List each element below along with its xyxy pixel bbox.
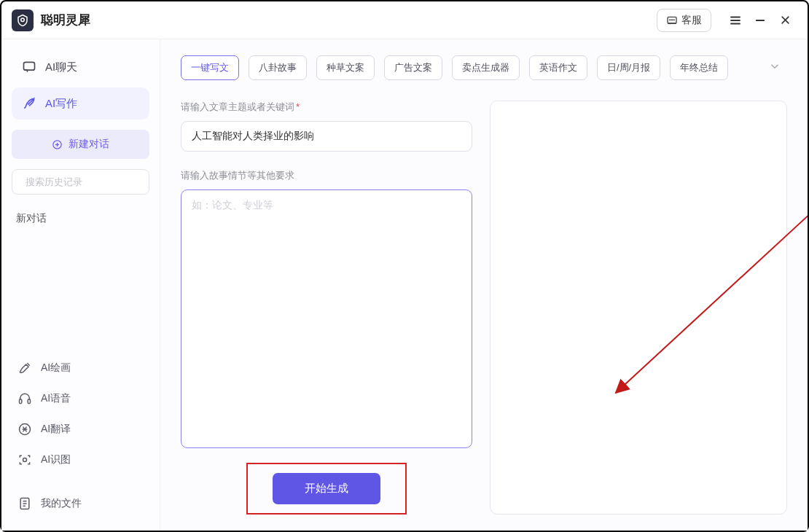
search-history-box[interactable] <box>12 169 149 195</box>
brush-icon <box>17 361 32 375</box>
new-conversation-button[interactable]: 新建对话 <box>12 130 149 159</box>
app-logo-icon <box>12 9 34 31</box>
tag-gossip-story[interactable]: 八卦故事 <box>249 55 307 80</box>
sidebar-tool-ai-paint[interactable]: AI绘画 <box>12 353 149 383</box>
svg-point-3 <box>672 19 673 20</box>
sidebar-item-label: AI写作 <box>45 97 77 111</box>
sidebar-tool-ai-voice[interactable]: AI语音 <box>12 383 149 414</box>
tag-selling-point-generator[interactable]: 卖点生成器 <box>452 55 520 80</box>
details-label: 请输入故事情节等其他要求 <box>181 169 472 182</box>
svg-point-4 <box>673 19 674 20</box>
close-icon[interactable] <box>777 12 793 28</box>
customer-support-button[interactable]: 客服 <box>657 9 711 32</box>
output-panel <box>490 101 787 515</box>
history-item[interactable]: 新对话 <box>12 206 149 231</box>
sidebar-tool-ai-translate[interactable]: AI翻译 <box>12 414 149 445</box>
minimize-icon[interactable] <box>752 12 768 28</box>
tool-label: AI识图 <box>41 453 71 466</box>
tool-label: AI语音 <box>41 392 71 405</box>
tag-ad-copy[interactable]: 广告文案 <box>384 55 442 80</box>
sidebar-item-ai-write[interactable]: AI写作 <box>12 87 149 120</box>
search-input[interactable] <box>26 176 148 187</box>
tool-label: AI绘画 <box>41 361 71 375</box>
sidebar: AI聊天 AI写作 新建对话 新对话 <box>1 39 160 531</box>
sidebar-tool-ai-image-rec[interactable]: AI识图 <box>12 445 149 475</box>
expand-tags-button[interactable] <box>762 57 787 79</box>
tag-english-essay[interactable]: 英语作文 <box>529 55 587 80</box>
svg-rect-11 <box>24 62 35 70</box>
translate-icon <box>17 422 32 437</box>
headphones-icon <box>17 391 32 406</box>
svg-point-0 <box>21 18 25 22</box>
my-files-label: 我的文件 <box>41 497 82 510</box>
image-scan-icon <box>17 453 32 467</box>
new-conversation-label: 新建对话 <box>69 138 109 151</box>
tag-year-summary[interactable]: 年终总结 <box>670 55 728 80</box>
customer-support-label: 客服 <box>681 14 702 27</box>
template-tag-row: 一键写文 八卦故事 种草文案 广告文案 卖点生成器 英语作文 日/周/月报 年终… <box>181 55 787 80</box>
svg-point-20 <box>23 458 27 462</box>
feather-icon <box>22 96 36 111</box>
tag-recommendation-copy[interactable]: 种草文案 <box>316 55 375 80</box>
generate-button[interactable]: 开始生成 <box>273 473 380 504</box>
topic-input[interactable] <box>181 121 472 152</box>
menu-icon[interactable] <box>727 12 743 28</box>
sidebar-my-files[interactable]: 我的文件 <box>12 488 149 519</box>
svg-rect-18 <box>28 399 30 404</box>
details-textarea[interactable] <box>181 189 472 448</box>
tag-report[interactable]: 日/周/月报 <box>597 55 660 80</box>
app-title: 聪明灵犀 <box>41 12 90 28</box>
generate-highlight-box: 开始生成 <box>246 463 407 515</box>
topic-label: 请输入文章主题或者关键词* <box>181 101 472 114</box>
tool-label: AI翻译 <box>41 423 71 436</box>
sidebar-item-label: AI聊天 <box>45 60 77 74</box>
file-icon <box>17 496 32 511</box>
svg-rect-17 <box>20 399 22 404</box>
title-bar: 聪明灵犀 客服 <box>1 1 808 39</box>
svg-point-2 <box>670 19 671 20</box>
input-column: 请输入文章主题或者关键词* 请输入故事情节等其他要求 开始生成 <box>181 101 472 515</box>
sidebar-item-ai-chat[interactable]: AI聊天 <box>12 51 149 83</box>
main-content: 一键写文 八卦故事 种草文案 广告文案 卖点生成器 英语作文 日/周/月报 年终… <box>160 39 808 531</box>
chat-icon <box>22 60 36 74</box>
tag-one-click-write[interactable]: 一键写文 <box>181 55 239 80</box>
